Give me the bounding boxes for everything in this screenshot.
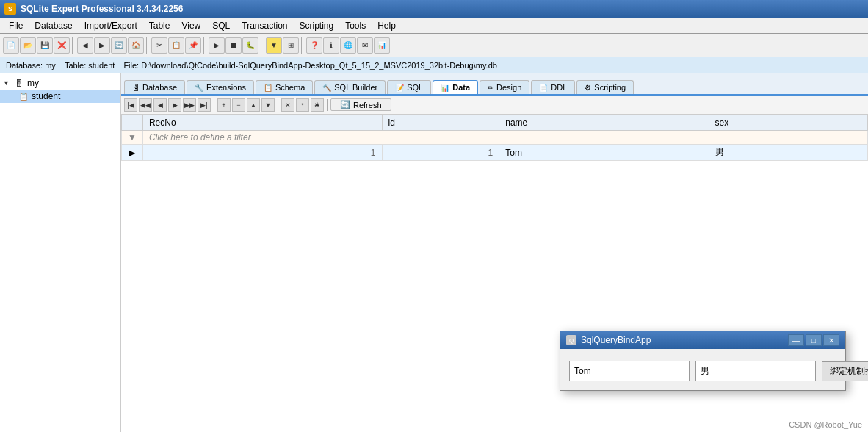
tb-paste[interactable]: 📌: [185, 37, 201, 54]
tab-database-label: Database: [142, 83, 177, 92]
row-arrow-indicator: ▶: [122, 145, 143, 161]
menu-file[interactable]: File: [3, 19, 29, 32]
menu-scripting[interactable]: Scripting: [294, 19, 340, 32]
refresh-button[interactable]: 🔄 Refresh: [330, 98, 391, 111]
dialog-bind-button[interactable]: 绑定机制插入: [822, 361, 868, 381]
menu-database[interactable]: Database: [29, 19, 78, 32]
dialog-maximize-button[interactable]: □: [806, 334, 822, 346]
dialog-sex-input[interactable]: [695, 361, 816, 381]
tb-new[interactable]: 📄: [3, 37, 19, 54]
nav-prev-skip[interactable]: ◀◀: [139, 98, 152, 112]
tb-forward[interactable]: ▶: [94, 37, 110, 54]
cell-name[interactable]: Tom: [499, 145, 709, 161]
menu-table[interactable]: Table: [143, 19, 176, 32]
tree-table-label: student: [32, 91, 60, 101]
tab-sql[interactable]: 📝 SQL: [387, 80, 431, 94]
tb-debug[interactable]: 🐛: [242, 37, 258, 54]
nav-next-skip[interactable]: ▶▶: [183, 98, 196, 112]
tb-refresh[interactable]: 🔄: [111, 37, 127, 54]
tb-mail[interactable]: ✉: [357, 37, 373, 54]
tab-sqlbuilder-label: SQL Builder: [334, 83, 377, 92]
table-header-row: RecNo id name sex: [122, 115, 868, 131]
table-row[interactable]: ▶ 1 1 Tom 男: [122, 145, 868, 161]
tb-close[interactable]: ❌: [54, 37, 70, 54]
dialog-name-input[interactable]: [569, 361, 690, 381]
tab-sqlbuilder[interactable]: 🔨 SQL Builder: [314, 80, 386, 94]
menu-bar: File Database Import/Export Table View S…: [0, 18, 868, 34]
tb-back[interactable]: ◀: [77, 37, 93, 54]
nav-first[interactable]: |◀: [124, 98, 137, 112]
tb-filter[interactable]: ▼: [266, 37, 282, 54]
data-tab-icon: 📊: [441, 84, 449, 92]
menu-help[interactable]: Help: [372, 19, 402, 32]
tab-data[interactable]: 📊 Data: [433, 80, 478, 94]
cell-id[interactable]: 1: [382, 145, 499, 161]
row-asterisk2[interactable]: ✱: [311, 98, 324, 112]
dialog-minimize-button[interactable]: —: [788, 334, 804, 346]
header-indicator: [122, 115, 143, 131]
cell-recno[interactable]: 1: [142, 145, 382, 161]
tab-extensions[interactable]: 🔧 Extensions: [187, 80, 254, 94]
tab-schema[interactable]: 📋 Schema: [256, 80, 313, 94]
header-id[interactable]: id: [382, 115, 499, 131]
header-recno[interactable]: RecNo: [142, 115, 382, 131]
data-table: RecNo id name sex ▼ Click here to define…: [121, 115, 868, 161]
grid-toolbar-sep-2: [278, 99, 278, 111]
extensions-tab-icon: 🔧: [195, 84, 203, 92]
tree-panel: ▼ 🗄 my 📋 student: [0, 73, 121, 432]
tab-ddl[interactable]: 📄 DDL: [531, 80, 575, 94]
row-add[interactable]: +: [217, 98, 231, 112]
filter-cell[interactable]: Click here to define a filter: [142, 131, 867, 145]
cell-sex[interactable]: 男: [709, 145, 867, 161]
filter-indicator: ▼: [122, 131, 143, 145]
table-icon: 📋: [18, 91, 29, 101]
tb-save[interactable]: 💾: [37, 37, 53, 54]
dialog-title-icon: Q: [566, 335, 576, 345]
tb-run[interactable]: ▶: [209, 37, 225, 54]
tab-scripting[interactable]: ⚙ Scripting: [576, 80, 634, 94]
menu-tools[interactable]: Tools: [339, 19, 372, 32]
menu-sql[interactable]: SQL: [206, 19, 236, 32]
nav-next[interactable]: ▶: [168, 98, 181, 112]
status-bar: Database: my Table: student File: D:\dow…: [0, 57, 868, 73]
database-icon: 🗄: [13, 78, 25, 88]
tree-root[interactable]: ▼ 🗄 my: [0, 76, 120, 90]
row-delete[interactable]: −: [232, 98, 245, 112]
tb-stop[interactable]: ⏹: [225, 37, 242, 54]
tree-table-student[interactable]: 📋 student: [0, 90, 120, 103]
refresh-label: Refresh: [353, 101, 382, 109]
row-asterisk[interactable]: *: [296, 98, 309, 112]
tb-home[interactable]: 🏠: [128, 37, 144, 54]
grid-toolbar-sep-1: [214, 99, 214, 111]
sql-tab-icon: 📝: [395, 84, 404, 92]
tb-about[interactable]: ℹ: [323, 37, 339, 54]
nav-last[interactable]: ▶|: [198, 98, 211, 112]
menu-view[interactable]: View: [176, 19, 206, 32]
dialog-close-button[interactable]: ✕: [823, 334, 839, 346]
menu-transaction[interactable]: Transaction: [236, 19, 293, 32]
tb-info[interactable]: 📊: [374, 37, 390, 54]
dialog-titlebar: Q SqlQueryBindApp — □ ✕: [560, 331, 845, 349]
row-clear[interactable]: ✕: [281, 98, 294, 112]
tb-grid[interactable]: ⊞: [283, 37, 299, 54]
header-name[interactable]: name: [499, 115, 709, 131]
tab-scripting-label: Scripting: [594, 83, 626, 92]
tab-design[interactable]: ✏ Design: [480, 80, 529, 94]
menu-importexport[interactable]: Import/Export: [79, 19, 143, 32]
tb-web[interactable]: 🌐: [340, 37, 356, 54]
filter-row[interactable]: ▼ Click here to define a filter: [122, 131, 868, 145]
tb-copy[interactable]: 📋: [168, 37, 184, 54]
tab-design-label: Design: [496, 83, 521, 92]
nav-prev[interactable]: ◀: [153, 98, 167, 112]
header-sex[interactable]: sex: [709, 115, 867, 131]
tab-database[interactable]: 🗄 Database: [124, 80, 185, 94]
grid-toolbar: |◀ ◀◀ ◀ ▶ ▶▶ ▶| + − ▲ ▼ ✕ * ✱ 🔄 Refresh: [121, 96, 868, 115]
grid-toolbar-sep-3: [327, 99, 328, 111]
toolbar-separator-5: [301, 37, 304, 54]
row-down[interactable]: ▼: [261, 98, 275, 112]
tb-help[interactable]: ❓: [306, 37, 322, 54]
tb-open[interactable]: 📂: [20, 37, 36, 54]
toolbar-separator-3: [203, 37, 206, 54]
row-up[interactable]: ▲: [247, 98, 260, 112]
tb-cut[interactable]: ✂: [151, 37, 167, 54]
